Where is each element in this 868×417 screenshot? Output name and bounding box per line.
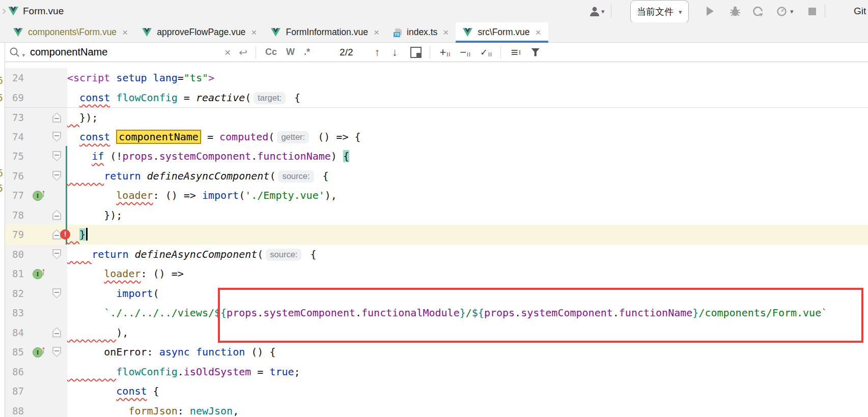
line-number[interactable]: 77: [12, 186, 24, 205]
code-line-83[interactable]: 83 `./../../../views/${props.systemCompo…: [0, 303, 868, 323]
line-number[interactable]: 78: [12, 205, 24, 225]
search-input[interactable]: [29, 46, 223, 58]
newline-icon[interactable]: ↩: [239, 46, 247, 58]
line-number[interactable]: 88: [12, 401, 24, 417]
code-text[interactable]: const flowConfig = reactive(target: {: [67, 88, 868, 108]
inspection-gutter-icon[interactable]: I↑: [33, 267, 50, 280]
filter-icon[interactable]: [531, 48, 540, 56]
fold-marker-icon[interactable]: [52, 151, 61, 161]
tab-src-form.vue[interactable]: src\Form.vue×: [456, 22, 548, 42]
code-text[interactable]: flowConfig.isOldSystem = true;: [67, 362, 868, 382]
line-number[interactable]: 75: [12, 146, 24, 166]
fold-marker-icon[interactable]: [52, 347, 61, 357]
line-number[interactable]: 81: [12, 264, 24, 284]
line-number[interactable]: 83: [12, 303, 24, 323]
close-icon[interactable]: ×: [122, 27, 128, 38]
code-text[interactable]: loader: () => import('./Empty.vue'),: [67, 186, 868, 205]
code-text[interactable]: import(: [67, 284, 868, 304]
inspection-gutter-icon[interactable]: I↑: [33, 189, 50, 201]
code-line-81[interactable]: 81I↑ loader: () =>: [0, 264, 868, 284]
code-line-76[interactable]: 76 return defineAsyncComponent(source: {: [0, 166, 868, 186]
line-number[interactable]: 86: [12, 362, 24, 382]
code-line-74[interactable]: 74 const componentName = computed(getter…: [0, 127, 868, 147]
code-text[interactable]: <script setup lang="ts">: [67, 68, 868, 88]
code-text[interactable]: `./../../../views/${props.systemComponen…: [67, 303, 868, 323]
user-account-button[interactable]: ▾: [590, 0, 605, 22]
code-line-85[interactable]: 85I↑ onError: async function () {: [0, 342, 868, 362]
words-toggle[interactable]: W: [286, 47, 295, 57]
line-number[interactable]: 69: [12, 88, 24, 108]
code-line-69[interactable]: 69 const flowConfig = reactive(target: {: [0, 88, 868, 108]
code-line-73[interactable]: 73 });: [0, 107, 868, 127]
code-line-24[interactable]: 24<script setup lang="ts">: [0, 68, 868, 88]
next-occurrence-button[interactable]: ↓: [392, 46, 398, 58]
code-text[interactable]: onError: async function () {: [67, 342, 868, 362]
code-text[interactable]: });: [67, 205, 868, 225]
code-text[interactable]: }: [67, 225, 868, 245]
fold-marker-icon[interactable]: [52, 210, 61, 220]
fold-marker-icon[interactable]: [52, 288, 61, 299]
profiler-button[interactable]: ▾: [776, 0, 794, 22]
close-icon[interactable]: ×: [374, 27, 379, 38]
code-text[interactable]: if (!props.systemComponent.functionName)…: [67, 146, 868, 166]
select-all-occurrences-button[interactable]: ✓II: [480, 47, 492, 57]
code-line-79[interactable]: 79! }: [0, 225, 868, 245]
line-number[interactable]: 82: [12, 284, 24, 304]
code-line-84[interactable]: 84 ),: [0, 323, 868, 343]
remove-occurrence-button[interactable]: −II: [460, 47, 471, 57]
line-number[interactable]: 79: [12, 225, 24, 245]
tab-components-form.vue[interactable]: components\Form.vue×: [6, 22, 135, 42]
tab-forminformation.vue[interactable]: FormInformation.vue×: [264, 22, 386, 42]
search-icon[interactable]: ▾: [9, 46, 26, 58]
fold-marker-icon[interactable]: [52, 132, 61, 142]
error-gutter-icon[interactable]: !: [60, 229, 70, 240]
close-icon[interactable]: ×: [251, 27, 257, 38]
code-text[interactable]: return defineAsyncComponent(source: {: [67, 166, 868, 186]
code-editor[interactable]: 24<script setup lang="ts">69 const flowC…: [0, 62, 868, 417]
run-configuration-select[interactable]: 当前文件 ▾: [630, 0, 689, 23]
code-line-77[interactable]: 77I↑ loader: () => import('./Empty.vue')…: [0, 186, 868, 205]
line-number[interactable]: 84: [12, 323, 24, 343]
run-button[interactable]: [707, 0, 714, 22]
line-number[interactable]: 74: [12, 127, 24, 147]
code-text[interactable]: });: [67, 108, 868, 127]
line-number[interactable]: 85: [12, 342, 24, 362]
code-text[interactable]: const componentName = computed(getter: (…: [67, 127, 868, 147]
code-text[interactable]: return defineAsyncComponent(source: {: [67, 245, 868, 264]
search-in-selection-toggle[interactable]: [410, 47, 422, 58]
inspection-gutter-icon[interactable]: I↑: [33, 346, 50, 358]
code-text[interactable]: formJson: newJson,: [67, 401, 868, 417]
code-line-87[interactable]: 87 const {: [0, 381, 868, 401]
git-menu[interactable]: Git: [854, 0, 866, 22]
line-number[interactable]: 76: [12, 166, 24, 186]
code-line-80[interactable]: 80 return defineAsyncComponent(source: {: [0, 245, 868, 264]
previous-occurrence-button[interactable]: ↑: [374, 46, 380, 58]
close-icon[interactable]: ×: [443, 27, 449, 38]
fold-marker-icon[interactable]: [52, 112, 61, 123]
stop-button[interactable]: [808, 0, 816, 22]
fold-marker-icon[interactable]: [52, 327, 61, 338]
line-number[interactable]: 87: [12, 381, 24, 401]
code-line-88[interactable]: 88 formJson: newJson,: [0, 401, 868, 417]
code-text[interactable]: loader: () =>: [67, 264, 868, 284]
show-only-matching-lines-toggle[interactable]: ≡I: [511, 45, 521, 59]
regex-toggle[interactable]: .*: [304, 47, 310, 57]
tab-approveflowpage.vue[interactable]: approveFlowPage.vue×: [135, 22, 264, 42]
code-text[interactable]: const {: [67, 381, 868, 401]
line-number[interactable]: 80: [12, 245, 24, 264]
line-number[interactable]: 73: [12, 108, 24, 128]
code-text[interactable]: ),: [67, 323, 868, 343]
debug-button[interactable]: [730, 0, 740, 22]
run-with-coverage-button[interactable]: [752, 0, 763, 22]
code-line-78[interactable]: 78 });: [0, 205, 868, 225]
code-line-82[interactable]: 82 import(: [0, 284, 868, 304]
code-line-86[interactable]: 86 flowConfig.isOldSystem = true;: [0, 362, 868, 382]
line-number[interactable]: 24: [12, 68, 24, 88]
tab-index.ts[interactable]: TSindex.ts×: [386, 22, 456, 42]
add-occurrence-button[interactable]: +II: [439, 47, 451, 57]
close-icon[interactable]: ×: [536, 27, 541, 38]
clear-search-icon[interactable]: ×: [225, 46, 231, 58]
fold-marker-icon[interactable]: [52, 249, 61, 259]
code-line-75[interactable]: 75 if (!props.systemComponent.functionNa…: [0, 146, 868, 166]
match-case-toggle[interactable]: Cc: [265, 47, 277, 57]
